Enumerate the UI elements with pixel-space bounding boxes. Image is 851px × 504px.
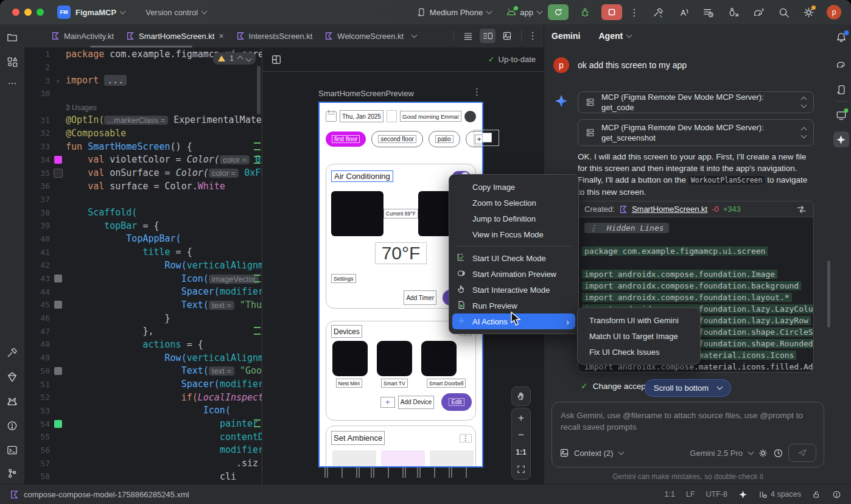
selection-rect[interactable] (474, 130, 499, 146)
menu-item-start-ui-check-mode[interactable]: Start UI Check Mode (452, 250, 575, 266)
tab-interestsscreen-kt[interactable]: InterestsScreen.kt (230, 24, 319, 47)
color-preview-swatch[interactable] (54, 367, 62, 375)
resource-manager-icon[interactable] (7, 56, 18, 68)
code-line[interactable]: 40 TopAppBar( (24, 233, 262, 246)
gradle-icon[interactable] (835, 58, 847, 70)
ambience-tile[interactable] (430, 450, 474, 467)
tool-call-card[interactable]: MCP (Figma Remote Dev Mode MCP Server): … (578, 119, 814, 146)
app-insights-icon[interactable] (7, 371, 18, 383)
chat-scrollbar[interactable] (827, 261, 830, 327)
model-selector[interactable]: Gemini 2.5 Pro (690, 449, 743, 458)
tab-welcomescreen-kt[interactable]: WelcomeScreen.kt (318, 24, 422, 47)
preview-options-menu[interactable]: ⋮ (472, 89, 482, 95)
chevron-down-icon[interactable] (411, 32, 418, 38)
device-tile[interactable] (377, 341, 412, 376)
history-clock-icon[interactable] (773, 448, 783, 458)
file-encoding[interactable]: UTF-8 (706, 490, 727, 499)
color-preview-swatch[interactable] (54, 301, 62, 309)
gemini-tool-button[interactable] (833, 131, 849, 147)
minimize-window-icon[interactable] (24, 9, 32, 16)
tab-smarthomescreen-kt[interactable]: SmartHomeScreen.kt× (120, 24, 229, 47)
menu-item-copy-image[interactable]: Copy Image (452, 179, 575, 195)
zoom-ratio-label[interactable]: 1:1 (513, 444, 530, 461)
code-line[interactable]: 3›import ... (24, 74, 262, 87)
code-line[interactable]: 49 Row(verticalAlignment (24, 351, 262, 365)
tab-mainactivity-kt[interactable]: MainActivity.kt (45, 24, 120, 47)
zoom-out-button[interactable]: − (513, 427, 530, 444)
editor-scrollbar[interactable] (257, 66, 261, 114)
run-configuration-selector[interactable]: app (520, 8, 533, 17)
window-controls[interactable] (0, 9, 49, 16)
ambience-tile[interactable] (381, 450, 425, 467)
code-line[interactable]: 53 Icon( (24, 404, 262, 418)
build-tool-icon[interactable] (7, 347, 18, 359)
code-line[interactable]: 3 Usages (24, 100, 262, 114)
attach-debugger-icon[interactable] (727, 7, 739, 18)
created-file-link[interactable]: SmartHomeScreen.kt (632, 205, 707, 214)
expand-collapse-icon[interactable] (802, 128, 806, 138)
code-line[interactable]: 45 Text(text = "Thu, (24, 298, 262, 312)
menu-item-jump-to-definition[interactable]: Jump to Definition (452, 211, 575, 226)
selection-handle[interactable] (482, 133, 492, 142)
line-ending[interactable]: LF (686, 490, 695, 499)
code-line[interactable]: 32@Composable (24, 127, 262, 140)
vcs-menu[interactable]: Version control (145, 8, 198, 17)
terminal-icon[interactable] (7, 444, 18, 456)
color-preview-swatch[interactable] (54, 420, 62, 428)
gemini-status-icon[interactable] (738, 490, 748, 499)
more-tool-windows-icon[interactable]: ⋯ (8, 78, 17, 89)
logcat-cat-icon[interactable] (6, 396, 18, 407)
menu-item-start-interactive-mode[interactable]: Start Interactive Mode (452, 282, 575, 298)
ambience-tile[interactable] (332, 450, 376, 467)
gradle-sync-icon[interactable] (752, 7, 765, 18)
color-preview-swatch[interactable] (54, 156, 62, 164)
next-problem-icon[interactable] (246, 55, 252, 61)
submenu-item-match-ui-to-target-image[interactable]: Match UI to Target Image (581, 328, 697, 344)
menu-item-zoom-to-selection[interactable]: Zoom to Selection (452, 195, 575, 211)
code-line[interactable]: 51 Spacer(modifier (24, 377, 262, 391)
code-line[interactable]: 35 val onSurface = Color(color = 0xFF2E2… (24, 166, 262, 180)
code-line[interactable]: 44 Spacer(modifier (24, 285, 262, 298)
code-line[interactable]: 56 modifier (24, 444, 262, 457)
code-line[interactable]: 48 actions = { (24, 338, 262, 351)
hidden-lines-chip[interactable]: ⋮ Hidden Lines (584, 223, 669, 233)
scroll-to-bottom-button[interactable]: Scroll to bottom (645, 379, 731, 397)
notifications-status-icon[interactable] (832, 490, 841, 499)
expand-collapse-icon[interactable] (802, 97, 806, 107)
device-tile[interactable] (332, 341, 368, 376)
code-line[interactable]: 52 if(LocalInspecti (24, 391, 262, 404)
code-line[interactable]: 30 (24, 87, 262, 100)
prompt-settings-gear-icon[interactable] (758, 448, 768, 458)
inspection-widget[interactable]: 1 (213, 52, 256, 65)
file-lock-toggle[interactable] (812, 490, 821, 499)
design-view-button[interactable] (499, 29, 515, 43)
fold-arrow-icon[interactable]: › (55, 76, 60, 85)
context-button[interactable]: Context (2) (574, 449, 613, 458)
code-line[interactable]: 55 contentD (24, 430, 262, 444)
device-manager-icon[interactable] (835, 84, 847, 96)
submenu-item-transform-ui-with-gemini[interactable]: Transform UI with Gemini (581, 312, 697, 328)
menu-item-view-in-focus-mode[interactable]: View in Focus Mode (452, 226, 575, 242)
settings-button[interactable] (803, 7, 814, 18)
search-icon[interactable] (778, 7, 790, 18)
floor-chip[interactable]: first floor (326, 131, 366, 147)
submenu-item-fix-ui-check-issues[interactable]: Fix UI Check Issues (581, 344, 697, 360)
usages-hint[interactable]: 3 Usages (66, 103, 97, 112)
color-preview-swatch[interactable] (54, 169, 63, 178)
code-line[interactable]: 36 val surface = Color.White (24, 180, 262, 193)
code-line[interactable]: 54 painter (24, 417, 262, 430)
indent-setting[interactable]: 4 spaces (758, 490, 801, 499)
close-window-icon[interactable] (12, 9, 19, 16)
code-editor[interactable]: 1package com.example.figmamcp.ui.screen2… (24, 47, 262, 484)
code-line[interactable]: 38 Scaffold( (24, 206, 262, 219)
attach-image-icon[interactable] (559, 448, 569, 458)
device-tile[interactable] (421, 341, 457, 376)
open-diff-icon[interactable] (796, 205, 807, 214)
preview-title[interactable]: SmartHomeScreenPreview (318, 89, 414, 98)
send-button[interactable] (788, 444, 816, 462)
debug-button[interactable] (575, 4, 595, 20)
build-hammer-icon[interactable] (653, 7, 664, 18)
maximize-window-icon[interactable] (37, 9, 44, 16)
code-line[interactable]: 47 }, (24, 324, 262, 338)
code-view-button[interactable] (460, 29, 476, 43)
